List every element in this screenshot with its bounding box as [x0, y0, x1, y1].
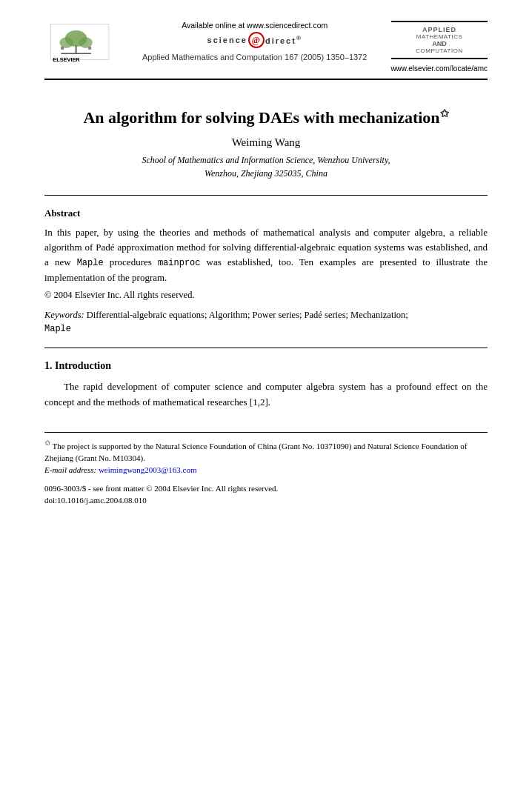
- issn-line: 0096-3003/$ - see front matter © 2004 El…: [44, 482, 488, 495]
- page-header: ELSEVIER Available online at www.science…: [44, 21, 488, 80]
- affiliation-line2: Wenzhou, Zhejiang 325035, China: [44, 167, 488, 180]
- doi-line: doi:10.1016/j.amc.2004.08.010: [44, 494, 488, 507]
- abstract-text2: procedures: [104, 256, 158, 267]
- keywords-text: Differential-algebraic equations; Algori…: [84, 310, 408, 320]
- jl-line2: MATHEMATICS: [394, 33, 485, 40]
- footnote-text: ✩ The project is supported by the Natura…: [44, 437, 488, 465]
- abstract-section: Abstract In this paper, by using the the…: [44, 207, 488, 336]
- page: ELSEVIER Available online at www.science…: [0, 0, 532, 798]
- jl-line4: COMPUTATION: [394, 47, 485, 54]
- intro-text: The rapid development of computer scienc…: [44, 381, 488, 407]
- section-introduction: 1. Introduction The rapid development of…: [44, 360, 488, 409]
- direct-text: direct®: [265, 35, 302, 45]
- title-divider: [44, 195, 488, 196]
- footnote-email-line: E-mail address: weimingwang2003@163.com: [44, 464, 488, 476]
- jl-line1: APPLIED: [394, 26, 485, 33]
- intro-paragraph: The rapid development of computer scienc…: [44, 379, 488, 409]
- header-center: Available online at www.sciencedirect.co…: [119, 21, 390, 61]
- available-online-text: Available online at www.sciencedirect.co…: [182, 21, 327, 30]
- title-section: An algorithm for solving DAEs with mecha…: [44, 107, 488, 180]
- svg-point-3: [59, 37, 73, 48]
- affiliation: School of Mathematics and Information Sc…: [44, 153, 488, 180]
- paper-title: An algorithm for solving DAEs with mecha…: [44, 107, 488, 129]
- author-name: Weiming Wang: [44, 136, 488, 149]
- svg-point-4: [79, 37, 92, 48]
- maple-word: Maple: [77, 258, 104, 268]
- footer-issn: 0096-3003/$ - see front matter © 2004 El…: [44, 482, 488, 507]
- svg-point-6: [61, 47, 64, 50]
- abstract-title: Abstract: [44, 207, 488, 219]
- svg-point-7: [88, 47, 92, 50]
- abstract-divider: [44, 348, 488, 348]
- section-title: 1. Introduction: [44, 360, 488, 372]
- journal-citation: Applied Mathematics and Computation 167 …: [142, 53, 367, 61]
- email-address: weimingwang2003@163.com: [96, 465, 196, 474]
- affiliation-line1: School of Mathematics and Information Sc…: [44, 153, 488, 167]
- paper-title-text: An algorithm for solving DAEs with mecha…: [83, 108, 439, 127]
- maple-keyword: Maple: [44, 324, 71, 334]
- journal-logo-box: APPLIED MATHEMATICS AND COMPUTATION: [391, 24, 488, 56]
- science-text: science: [207, 36, 247, 44]
- abstract-body: In this paper, by using the theories and…: [44, 225, 488, 285]
- section-number: 1.: [44, 360, 53, 371]
- mainproc-word: mainproc: [158, 258, 201, 268]
- email-label: E-mail address:: [44, 465, 96, 474]
- footnote-star: ✩: [44, 439, 50, 447]
- keywords-label: Keywords:: [44, 310, 84, 320]
- copyright-line: © 2004 Elsevier Inc. All rights reserved…: [44, 290, 488, 301]
- elsevier-logo-section: ELSEVIER: [44, 21, 119, 65]
- elsevier-logo: ELSEVIER: [44, 21, 119, 65]
- footnote-area: ✩ The project is supported by the Natura…: [44, 432, 488, 507]
- title-star: ✩: [440, 108, 449, 119]
- header-right: APPLIED MATHEMATICS AND COMPUTATION www.…: [390, 21, 488, 73]
- elsevier-url: www.elsevier.com/locate/amc: [390, 64, 488, 73]
- jl-line3: AND: [394, 40, 485, 47]
- at-icon: @: [248, 32, 265, 48]
- keywords-line: Keywords: Differential-algebraic equatio…: [44, 308, 488, 336]
- svg-text:ELSEVIER: ELSEVIER: [53, 56, 80, 63]
- section-title-text: Introduction: [55, 360, 111, 371]
- sciencedirect-logo: science @ direct®: [207, 32, 302, 48]
- footnote-body: The project is supported by the Natural …: [44, 441, 468, 462]
